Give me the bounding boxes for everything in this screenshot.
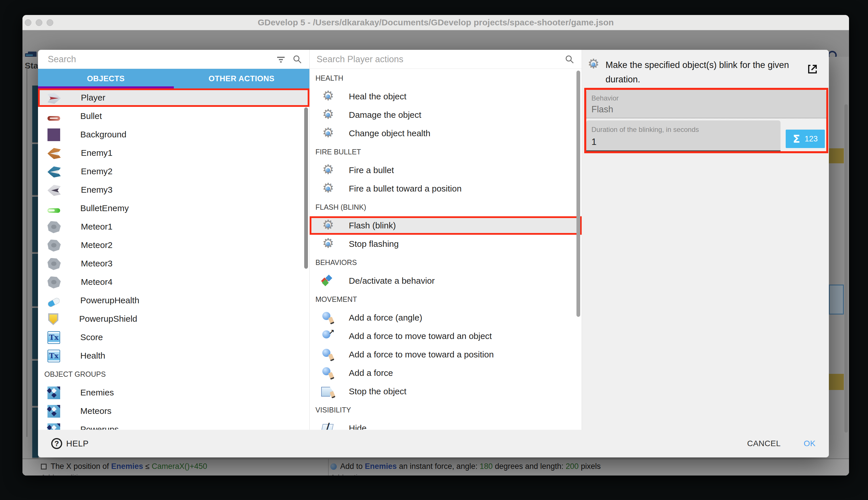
object-label: Meteors xyxy=(80,406,112,416)
action-label: Stop the object xyxy=(349,387,406,396)
action-list-entry[interactable]: Fire a bullet toward a position xyxy=(310,180,582,198)
instruction-editor-dialog: OBJECTSOTHER ACTIONS Player Bullet Backg… xyxy=(38,50,829,457)
object-icon xyxy=(47,313,59,326)
object-icon xyxy=(47,276,61,288)
object-icon xyxy=(47,258,61,270)
object-list-entry[interactable]: PowerupHealth xyxy=(38,291,309,310)
action-list-entry: FIRE BULLET xyxy=(310,143,582,161)
cancel-button[interactable]: CANCEL xyxy=(747,439,781,448)
object-list-entry[interactable]: Bullet xyxy=(38,107,309,125)
action-label: Hide xyxy=(349,423,367,430)
search-icon[interactable] xyxy=(293,55,302,64)
object-icon xyxy=(47,148,61,159)
object-list-entry[interactable]: Background xyxy=(38,125,309,144)
duration-field-label: Duration of the blinking, in seconds xyxy=(591,126,699,134)
action-label: Stop flashing xyxy=(349,239,399,249)
tab-label: OBJECTS xyxy=(87,74,125,83)
object-icon xyxy=(47,297,61,308)
object-icon xyxy=(47,331,60,344)
behavior-field[interactable]: Behavior Flash xyxy=(586,90,826,118)
object-list-entry[interactable]: Meteors xyxy=(38,402,309,420)
object-icon xyxy=(47,166,61,178)
actions-scrollbar[interactable] xyxy=(576,70,580,317)
object-label: Meteor2 xyxy=(81,240,113,250)
app-window: GDevelop 5 - /Users/dkarakay/Documents/G… xyxy=(22,15,849,476)
filter-icon[interactable] xyxy=(277,55,285,64)
object-label: Powerups xyxy=(80,424,119,430)
object-label: Score xyxy=(80,332,103,342)
object-list-entry[interactable]: Meteor2 xyxy=(38,236,309,254)
action-list-entry: FLASH (BLINK) xyxy=(310,198,582,216)
object-list-entry[interactable]: Enemies xyxy=(38,383,309,402)
action-label: Add a force (angle) xyxy=(349,313,422,322)
action-list-entry: HEALTH xyxy=(310,69,582,87)
action-icon xyxy=(321,108,335,122)
action-list-entry[interactable]: Add a force (angle) xyxy=(310,308,582,327)
action-description: Make the specified object(s) blink for t… xyxy=(606,58,807,87)
action-label: Heal the object xyxy=(349,92,406,101)
action-label: VISIBILITY xyxy=(315,406,351,414)
duration-field-value: 1 xyxy=(591,137,597,147)
action-list-entry[interactable]: De/activate a behavior xyxy=(310,272,582,290)
object-label: Enemy3 xyxy=(81,185,113,195)
objects-search-row xyxy=(38,50,309,69)
object-icon xyxy=(47,350,60,362)
action-icon xyxy=(321,348,335,362)
object-list-entry[interactable]: Meteor3 xyxy=(38,254,309,273)
tab[interactable]: OTHER ACTIONS xyxy=(174,69,310,88)
object-list-entry[interactable]: Powerups xyxy=(38,420,309,430)
help-icon[interactable]: ? xyxy=(51,438,62,449)
action-list-entry[interactable]: Change object health xyxy=(310,124,582,143)
object-list-entry[interactable]: Enemy1 xyxy=(38,144,309,162)
search-icon[interactable] xyxy=(565,55,574,64)
action-label: MOVEMENT xyxy=(315,295,357,304)
duration-field[interactable]: Duration of the blinking, in seconds 1 xyxy=(586,121,781,151)
action-list-entry[interactable]: Stop flashing xyxy=(310,235,582,253)
object-icon xyxy=(47,405,60,418)
action-list-entry[interactable]: Heal the object xyxy=(310,87,582,106)
action-label: BEHAVIORS xyxy=(315,258,357,267)
action-label: Change object health xyxy=(349,128,431,138)
action-list-entry[interactable]: Fire a bullet xyxy=(310,161,582,180)
open-in-new-icon[interactable] xyxy=(806,63,818,75)
objects-tabs: OBJECTSOTHER ACTIONS xyxy=(38,69,309,88)
action-icon xyxy=(321,329,335,343)
object-list-entry[interactable]: PowerupShield xyxy=(38,310,309,328)
actions-list: HEALTH Heal the object Damage the object… xyxy=(310,69,582,430)
action-list-entry[interactable]: Add a force to move toward a position xyxy=(310,345,582,364)
objects-scrollbar[interactable] xyxy=(304,107,308,269)
object-label: OBJECT GROUPS xyxy=(44,370,106,378)
object-list-entry[interactable]: Score xyxy=(38,328,309,346)
action-icon xyxy=(321,219,335,232)
object-list-entry[interactable]: Meteor4 xyxy=(38,273,309,291)
object-label: Meteor4 xyxy=(81,277,113,287)
expression-builder-button[interactable]: Σ 123 xyxy=(786,129,825,148)
object-list-entry[interactable]: Enemy3 xyxy=(38,181,309,199)
object-list-entry[interactable]: Enemy2 xyxy=(38,162,309,181)
dialog-footer: ? HELP CANCEL OK xyxy=(38,430,829,457)
object-icon xyxy=(47,128,60,141)
action-label: De/activate a behavior xyxy=(349,276,435,286)
object-list-entry[interactable]: Health xyxy=(38,346,309,365)
tab[interactable]: OBJECTS xyxy=(38,69,174,88)
objects-search-input[interactable] xyxy=(38,54,277,65)
action-list-entry[interactable]: Add a force xyxy=(310,364,582,382)
help-button[interactable]: HELP xyxy=(66,439,89,448)
object-list-entry[interactable]: BulletEnemy xyxy=(38,199,309,217)
action-icon xyxy=(321,182,335,195)
action-list-entry[interactable]: Add a force to move toward an object xyxy=(310,327,582,345)
sigma-icon: Σ xyxy=(793,133,800,145)
action-list-entry: VISIBILITY xyxy=(310,401,582,419)
object-icon xyxy=(47,240,61,252)
action-list-entry[interactable]: Hide xyxy=(310,419,582,430)
object-list-entry[interactable]: Player xyxy=(38,88,309,107)
action-list-entry[interactable]: Damage the object xyxy=(310,106,582,124)
object-icon xyxy=(47,387,60,399)
ok-button[interactable]: OK xyxy=(804,439,816,448)
object-list-entry[interactable]: Meteor1 xyxy=(38,217,309,236)
actions-search-input[interactable] xyxy=(310,54,565,65)
object-icon xyxy=(47,185,61,196)
action-list-entry[interactable]: Flash (blink) xyxy=(310,216,582,235)
action-icon xyxy=(321,237,335,251)
action-list-entry[interactable]: Stop the object xyxy=(310,382,582,401)
